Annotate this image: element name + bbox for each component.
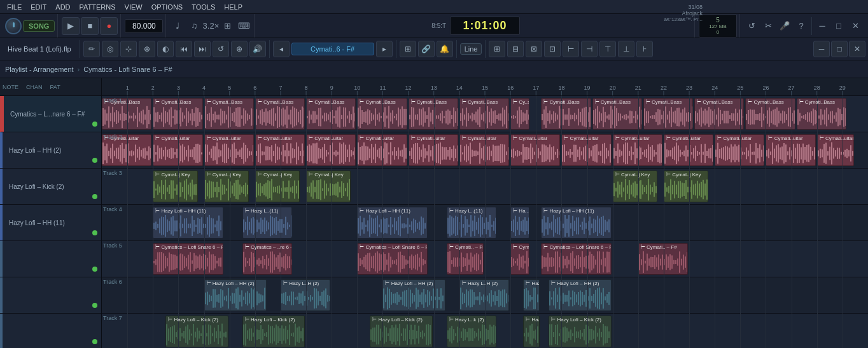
clip-track-7[interactable]: ⊢ Hazy Lofi – Kick (2): [165, 316, 228, 347]
snap-btn[interactable]: ⊞: [400, 41, 416, 57]
grid-btn9[interactable]: ⊦: [636, 41, 653, 57]
clip-track-6[interactable]: ⊢ Hazy L..H (2): [459, 279, 509, 311]
clip-track-2[interactable]: ⊢ Cymati..uitar: [561, 134, 611, 166]
clip-track-1[interactable]: ⊢ Cymati..Bass: [745, 98, 795, 130]
bpm-display[interactable]: 80.000: [125, 19, 163, 33]
clip-track-1[interactable]: ⊢ Cymati..Bass: [102, 98, 151, 130]
question-icon[interactable]: ?: [794, 18, 809, 34]
clip-track-2[interactable]: ⊢ Cymati..uitar: [102, 134, 151, 166]
close-icon[interactable]: ✕: [848, 18, 863, 34]
clip-track-1[interactable]: ⊢ Cymati..Bass: [459, 98, 509, 130]
clip-track-2[interactable]: ⊢ Cymati..uitar: [459, 134, 509, 166]
menu-add[interactable]: ADD: [51, 2, 74, 12]
reset-icon[interactable]: ↺: [744, 18, 759, 34]
pattern-arrow[interactable]: ▸: [376, 41, 393, 57]
track-item-6[interactable]: [0, 277, 101, 314]
clip-track-2[interactable]: ⊢ Cymati..uitar: [817, 134, 854, 166]
clip-track-2[interactable]: ⊢ Cymati..uitar: [153, 134, 202, 166]
mic-icon[interactable]: 🎤: [777, 18, 792, 34]
clip-track-3[interactable]: ⊢ Cymat..j Key: [664, 171, 708, 202]
clip-track-7[interactable]: ⊢ Hazy Lofi – Kick (2): [549, 316, 611, 347]
pattern-label[interactable]: Cymati..6 - F#: [291, 43, 374, 55]
clip-track-5[interactable]: ⊢ Cymati.. – F#: [447, 243, 484, 275]
record-button[interactable]: ●: [100, 17, 118, 35]
clip-track-1[interactable]: ⊢ Cy..s: [510, 98, 529, 130]
menu-file[interactable]: FILE: [3, 2, 26, 12]
clip-track-1[interactable]: ⊢ Cymati..Bass: [357, 98, 407, 130]
maximize-icon[interactable]: □: [831, 18, 846, 34]
clip-track-5[interactable]: ⊢ Cymatics – Lofi Snare 6 – F#: [541, 243, 611, 275]
playlist-min[interactable]: ─: [813, 41, 830, 57]
clip-track-3[interactable]: ⊢ Cymat..j Key: [204, 171, 249, 202]
playlist-close[interactable]: ✕: [849, 41, 865, 57]
grid-area[interactable]: ⊢ Cymati..Bass⊢ Cymati..Bass⊢ Cymati..Ba…: [102, 96, 868, 348]
grid-btn7[interactable]: ⊤: [599, 41, 616, 57]
clip-track-1[interactable]: ⊢ Cymati..Bass: [694, 98, 744, 130]
step-icon[interactable]: 3.2×: [203, 18, 218, 34]
clip-track-2[interactable]: ⊢ Cymati..uitar: [715, 134, 764, 166]
metronome-icon[interactable]: ♩: [170, 18, 185, 34]
clip-track-6[interactable]: ⊢ Hazy Lofi – HH (2): [549, 279, 611, 311]
select-tool[interactable]: ⊹: [120, 41, 137, 57]
clip-track-2[interactable]: ⊢ Cymati..uitar: [357, 134, 407, 166]
track-item-3[interactable]: Hazy Lofi – Kick (2): [0, 169, 101, 205]
loop-tool[interactable]: ↺: [213, 41, 229, 57]
clip-track-5[interactable]: ⊢ Cym..#: [510, 243, 529, 275]
clip-track-1[interactable]: ⊢ Cymati..Bass: [541, 98, 591, 130]
line-mode-select[interactable]: Line: [460, 43, 482, 55]
menu-help[interactable]: HELP: [220, 2, 247, 12]
zoom-in-tool[interactable]: ⊕: [231, 41, 248, 57]
play-button[interactable]: ▶: [62, 17, 80, 35]
clip-track-1[interactable]: ⊢ Cymati..Bass: [797, 98, 846, 130]
menu-patterns[interactable]: PATTERNS: [75, 2, 120, 12]
clip-track-2[interactable]: ⊢ Cymati..uitar: [510, 134, 560, 166]
menu-view[interactable]: VIEW: [120, 2, 147, 12]
stop-button[interactable]: ■: [81, 17, 99, 35]
mute-tool[interactable]: ◐: [157, 41, 174, 57]
clip-track-1[interactable]: ⊢ Cymati..Bass: [592, 98, 642, 130]
bell-btn[interactable]: 🔔: [437, 41, 453, 57]
clip-track-3[interactable]: ⊢ Cymat..j Key: [613, 171, 657, 202]
track-item-1[interactable]: Cymatics – L...nare 6 – F#: [0, 96, 101, 132]
clip-track-2[interactable]: ⊢ Cymati..uitar: [204, 134, 254, 166]
clip-track-3[interactable]: ⊢ Cymat..j Key: [255, 171, 300, 202]
track-item-4[interactable]: Hazy Lofi – HH (11): [0, 205, 101, 241]
grid-btn6[interactable]: ⊣: [581, 41, 598, 57]
clip-track-5[interactable]: ⊢ Cymatics – ..re 6 – F#: [242, 243, 292, 275]
clip-track-1[interactable]: ⊢ Cymati..Bass: [153, 98, 202, 130]
menu-edit[interactable]: EDIT: [26, 2, 51, 12]
erase-tool[interactable]: ◎: [102, 41, 118, 57]
clip-track-3[interactable]: ⊢ Cymat..j Key: [153, 171, 197, 202]
menu-options[interactable]: OPTIONS: [147, 2, 188, 12]
grid-btn1[interactable]: ⊞: [489, 41, 505, 57]
track-item-2[interactable]: Hazy Lofi – HH (2): [0, 132, 101, 169]
scissors-icon[interactable]: ✂: [760, 18, 776, 34]
link-btn[interactable]: 🔗: [418, 41, 435, 57]
clip-track-1[interactable]: ⊢ Cymati..Bass: [204, 98, 254, 130]
piano-icon[interactable]: ⌨: [236, 18, 251, 34]
clip-track-4[interactable]: ⊢ Hazy L..(11): [447, 207, 496, 239]
tempo-icon[interactable]: ♫: [186, 18, 202, 34]
clip-track-2[interactable]: ⊢ Cymati..uitar: [255, 134, 305, 166]
clip-track-1[interactable]: ⊢ Cymati..Bass: [255, 98, 305, 130]
clip-track-5[interactable]: ⊢ Cymatics – Lofi Snare 6 – F#: [153, 243, 223, 275]
clip-track-3[interactable]: ⊢ Cymat..j Key: [306, 171, 351, 202]
clip-track-7[interactable]: ⊢ Hazy Lofi – Kick (2): [242, 316, 305, 347]
master-volume-knob[interactable]: [5, 18, 22, 34]
grid-btn3[interactable]: ⊠: [526, 41, 542, 57]
clip-track-4[interactable]: ⊢ Hazy Lofi – HH (11): [541, 207, 611, 239]
fwd-tool[interactable]: ⏭: [194, 41, 211, 57]
clip-track-2[interactable]: ⊢ Cymati..uitar: [306, 134, 356, 166]
clip-track-5[interactable]: ⊢ Cymati.. – F#: [638, 243, 688, 275]
speaker-tool[interactable]: 🔊: [249, 41, 266, 57]
draw-tool[interactable]: ✏: [83, 41, 100, 57]
clip-track-4[interactable]: ⊢ Hazy L..(11): [242, 207, 292, 239]
playlist-max[interactable]: □: [831, 41, 848, 57]
clip-track-1[interactable]: ⊢ Cymati..Bass: [643, 98, 693, 130]
menu-tools[interactable]: TOOLS: [187, 2, 220, 12]
rewind-tool[interactable]: ⏮: [176, 41, 192, 57]
clip-track-4[interactable]: ⊢ Hazy Lofi – HH (11): [153, 207, 223, 239]
grid-btn5[interactable]: ⊢: [563, 41, 579, 57]
track-item-5[interactable]: [0, 241, 101, 277]
minimize-icon[interactable]: ─: [815, 18, 830, 34]
